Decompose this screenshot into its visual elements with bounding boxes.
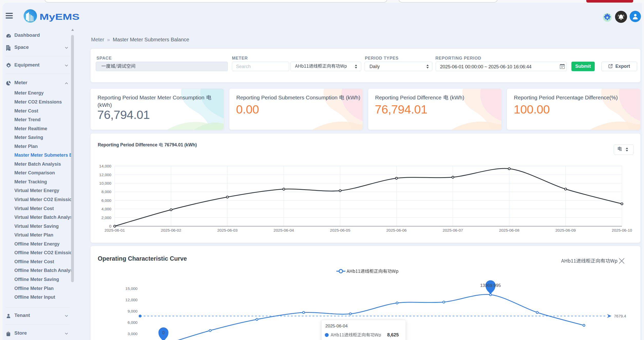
svg-text:12,000: 12,000	[99, 173, 112, 177]
svg-text:7679.4: 7679.4	[614, 314, 626, 318]
svg-text:2025-06-03: 2025-06-03	[217, 228, 238, 232]
svg-text:2025-06-08: 2025-06-08	[499, 228, 519, 232]
svg-text:15,000: 15,000	[125, 286, 138, 291]
svg-text:9,000: 9,000	[128, 309, 138, 313]
svg-text:2025-06-10: 2025-06-10	[612, 228, 632, 232]
svg-text:0: 0	[109, 224, 111, 228]
svg-text:3,000: 3,000	[128, 332, 138, 336]
svg-text:2025-06-09: 2025-06-09	[555, 228, 576, 232]
svg-text:2025-06-01: 2025-06-01	[104, 228, 125, 232]
svg-text:12,000: 12,000	[125, 298, 138, 302]
svg-text:0: 0	[162, 330, 164, 335]
svg-text:6,000: 6,000	[101, 198, 111, 203]
svg-text:8,000: 8,000	[101, 190, 111, 194]
svg-text:2,000: 2,000	[101, 215, 111, 220]
svg-text:4,000: 4,000	[101, 207, 111, 211]
svg-text:2025-06-04: 2025-06-04	[274, 228, 294, 232]
svg-text:10,000: 10,000	[99, 181, 112, 185]
svg-text:13369.995: 13369.995	[480, 283, 501, 288]
svg-text:2025-06-07: 2025-06-07	[443, 228, 463, 232]
svg-text:14,000: 14,000	[99, 164, 112, 168]
svg-text:2025-06-02: 2025-06-02	[161, 228, 181, 232]
svg-text:2025-06-06: 2025-06-06	[386, 228, 407, 232]
svg-text:6,000: 6,000	[128, 320, 138, 325]
svg-text:2025-06-05: 2025-06-05	[330, 228, 350, 232]
